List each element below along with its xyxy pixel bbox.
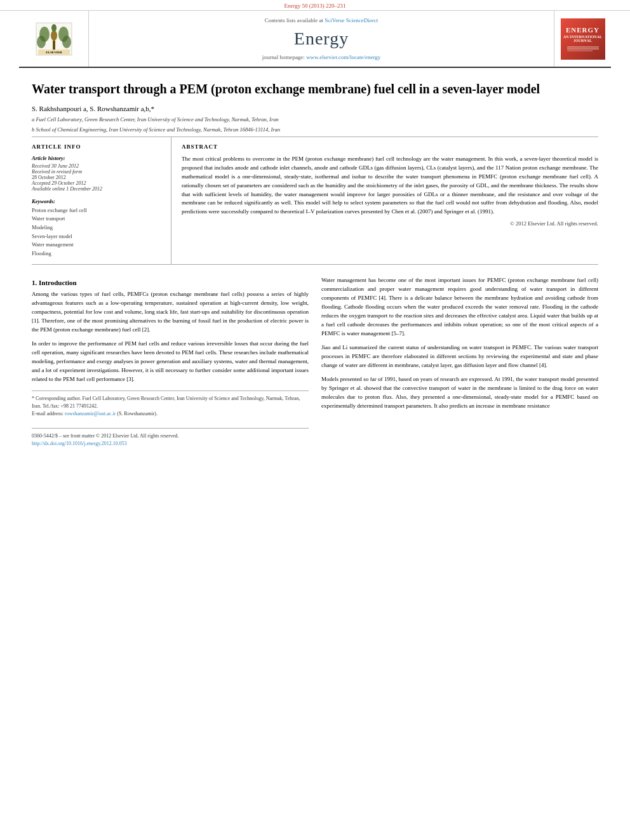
article-footer: 0360-5442/$ – see front matter © 2012 El…	[32, 428, 309, 448]
keyword-2: Water transport	[32, 215, 163, 223]
article-info-abstract-section: ARTICLE INFO Article history: Received 3…	[32, 137, 598, 265]
svg-text:ELSEVIER: ELSEVIER	[46, 51, 62, 54]
accepted-label: Accepted 29 October 2012	[32, 180, 163, 186]
article-info-header: ARTICLE INFO	[32, 143, 163, 150]
article-title: Water transport through a PEM (proton ex…	[32, 81, 598, 97]
email-link[interactable]: rowshanzamir@iust.ac.ir	[65, 411, 116, 417]
abstract-header: ABSTRACT	[182, 143, 598, 150]
energy-logo-word: ENERGY	[566, 26, 600, 34]
homepage-link[interactable]: www.elsevier.com/locate/energy	[306, 54, 380, 60]
energy-logo-section: ENERGY AN INTERNATIONALJOURNAL	[554, 11, 611, 67]
corresponding-author-note: * Corresponding author. Fuel Cell Labora…	[32, 395, 309, 410]
email-note: E-mail address: rowshanzamir@iust.ac.ir …	[32, 410, 309, 418]
footer-doi: http://dx.doi.org/10.1016/j.energy.2012.…	[32, 440, 309, 448]
svg-point-5	[51, 30, 57, 41]
intro-para-2: In order to improve the performance of P…	[32, 340, 309, 384]
authors-line: S. Rakhshanpouri a, S. Rowshanzamir a,b,…	[32, 105, 598, 112]
article-history-label: Article history:	[32, 155, 163, 161]
sciverse-link[interactable]: SciVerse ScienceDirect	[325, 17, 378, 23]
abstract-copyright: © 2012 Elsevier Ltd. All rights reserved…	[182, 220, 598, 227]
affiliation-a: a Fuel Cell Laboratory, Green Research C…	[32, 116, 598, 124]
footer-issn: 0360-5442/$ – see front matter © 2012 El…	[32, 432, 309, 440]
energy-logo-box: ENERGY AN INTERNATIONALJOURNAL	[561, 18, 605, 60]
intro-right-para-1: Water management has become one of the m…	[321, 276, 598, 338]
affiliation-b: b School of Chemical Engineering, Iran U…	[32, 126, 598, 134]
body-left-column: 1. Introduction Among the various types …	[32, 276, 309, 447]
keyword-6: Flooding	[32, 250, 163, 258]
keyword-3: Modeling	[32, 223, 163, 232]
elsevier-logo-section: ELSEVIER	[19, 11, 89, 67]
footnote-section: * Corresponding author. Fuel Cell Labora…	[32, 390, 309, 418]
energy-logo-sub: AN INTERNATIONALJOURNAL	[563, 35, 602, 43]
doi-link[interactable]: http://dx.doi.org/10.1016/j.energy.2012.…	[32, 441, 127, 446]
intro-right-para-2: Jiao and Li summarized the current statu…	[321, 343, 598, 370]
journal-homepage: journal homepage: www.elsevier.com/locat…	[262, 54, 381, 60]
body-right-column: Water management has become one of the m…	[321, 276, 598, 447]
received-label: Received 30 June 2012	[32, 163, 163, 169]
energy-logo-decoration	[564, 44, 602, 52]
intro-para-1: Among the various types of fuel cells, P…	[32, 290, 309, 335]
svg-point-4	[62, 36, 71, 48]
journal-title: Energy	[294, 29, 349, 49]
body-content: 1. Introduction Among the various types …	[32, 276, 598, 447]
svg-point-2	[37, 36, 46, 48]
intro-right-para-3: Models presented so far of 1991, based o…	[321, 375, 598, 411]
citation-bar: Energy 50 (2013) 220–231	[0, 0, 630, 11]
keyword-1: Proton exchange fuel cell	[32, 206, 163, 215]
citation-text: Energy 50 (2013) 220–231	[284, 3, 345, 9]
keyword-5: Water management	[32, 241, 163, 250]
keywords-label: Keywords:	[32, 198, 163, 204]
svg-rect-6	[53, 41, 55, 50]
received-revised-date: 28 October 2012	[32, 175, 163, 180]
abstract-column: ABSTRACT The most critical problems to o…	[171, 137, 598, 265]
journal-title-section: Contents lists available at SciVerse Sci…	[89, 11, 554, 67]
keyword-4: Seven-layer model	[32, 232, 163, 241]
elsevier-logo: ELSEVIER	[35, 22, 73, 57]
available-label: Available online 1 December 2012	[32, 186, 163, 192]
received-revised-label: Received in revised form	[32, 169, 163, 175]
abstract-text: The most critical problems to overcome i…	[182, 155, 598, 217]
article-content: Water transport through a PEM (proton ex…	[0, 68, 630, 460]
article-info-column: ARTICLE INFO Article history: Received 3…	[32, 137, 171, 265]
svg-point-7	[51, 24, 57, 32]
sciverse-line: Contents lists available at SciVerse Sci…	[265, 17, 379, 23]
keywords-list: Proton exchange fuel cell Water transpor…	[32, 206, 163, 258]
elsevier-tree-icon: ELSEVIER	[35, 22, 73, 57]
intro-section-title: 1. Introduction	[32, 279, 309, 286]
journal-header: ELSEVIER Contents lists available at Sci…	[19, 11, 611, 68]
